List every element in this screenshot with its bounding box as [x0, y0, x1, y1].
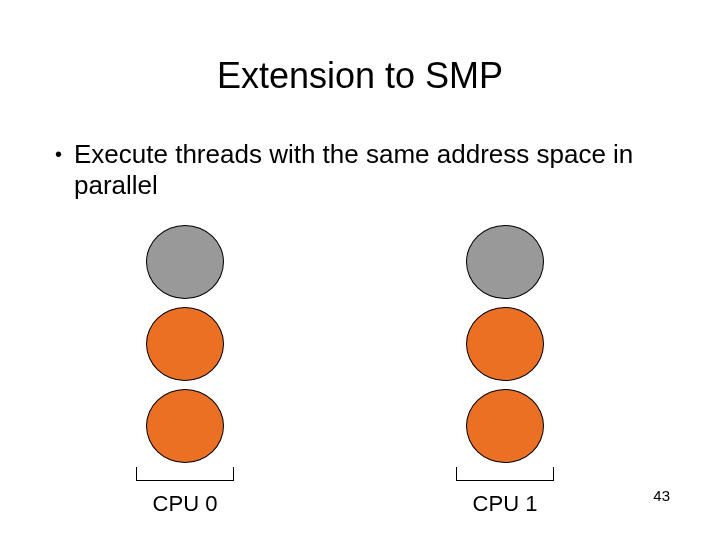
cpu-label-1: CPU 1	[473, 491, 538, 517]
cpu-column-0: CPU 0	[120, 225, 250, 517]
cpu-label-0: CPU 0	[153, 491, 218, 517]
queue-bracket	[136, 467, 234, 485]
page-number: 43	[653, 487, 670, 504]
queue-bracket	[456, 467, 554, 485]
bullet-marker: •	[55, 143, 62, 166]
thread-ball-orange	[146, 389, 224, 463]
slide-title: Extension to SMP	[0, 55, 720, 97]
diagram: CPU 0 CPU 1	[0, 225, 720, 485]
thread-ball-orange	[466, 307, 544, 381]
thread-ball-gray	[466, 225, 544, 299]
thread-ball-orange	[146, 307, 224, 381]
bullet-text: Execute threads with the same address sp…	[74, 139, 634, 201]
bullet-item: • Execute threads with the same address …	[55, 139, 720, 201]
cpu-column-1: CPU 1	[440, 225, 570, 517]
thread-ball-gray	[146, 225, 224, 299]
thread-ball-orange	[466, 389, 544, 463]
